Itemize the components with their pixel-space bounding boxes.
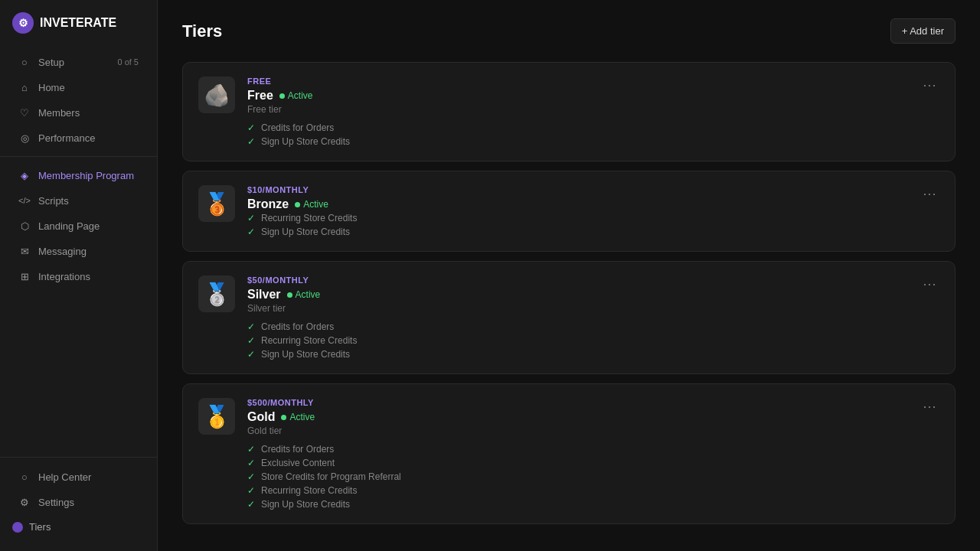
check-icon: ✓	[247, 227, 255, 237]
feature-label: Recurring Store Credits	[261, 485, 357, 496]
sidebar-item-integrations[interactable]: ⊞ Integrations	[6, 264, 151, 289]
feature-label: Store Credits for Program Referral	[261, 471, 401, 482]
tier-description: Silver tier	[247, 303, 907, 314]
tier-status: Active	[295, 199, 328, 210]
tier-status: Active	[281, 412, 315, 422]
tier-price: FREE	[247, 77, 907, 86]
app-logo: ⚙ INVETERATE	[0, 0, 157, 49]
feature-label: Sign Up Store Credits	[261, 499, 350, 510]
tier-body: $500/MONTHLY Gold Active Gold tier ✓ Cre…	[247, 398, 907, 510]
sidebar-item-label: Messaging	[38, 246, 87, 257]
tier-feature: ✓ Recurring Store Credits	[247, 485, 907, 496]
tier-name-row: Free Active	[247, 89, 907, 103]
tier-menu-button[interactable]: ⋯	[920, 276, 939, 292]
tier-feature: ✓ Credits for Orders	[247, 444, 907, 455]
scripts-icon: </>	[18, 194, 31, 207]
sidebar-item-performance[interactable]: ◎ Performance	[6, 126, 151, 150]
check-icon: ✓	[247, 458, 255, 468]
tier-card-gold: 🥇 $500/MONTHLY Gold Active Gold tier ✓ C…	[182, 383, 956, 524]
tier-menu-button[interactable]: ⋯	[920, 398, 939, 415]
tier-body: FREE Free Active Free tier ✓ Credits for…	[247, 77, 907, 147]
tier-emoji: 🥉	[198, 185, 235, 222]
tier-emoji: 🪨	[198, 77, 235, 113]
integrations-icon: ⊞	[18, 270, 31, 282]
tier-features-list: ✓ Credits for Orders ✓ Recurring Store C…	[247, 321, 907, 360]
logo-icon: ⚙	[12, 12, 34, 34]
sidebar-item-settings[interactable]: ⚙ Settings	[6, 490, 151, 514]
sidebar-nav: ○ Setup 0 of 5 ⌂ Home ♡ Members ◎ Perfor…	[0, 49, 157, 457]
feature-label: Credits for Orders	[261, 122, 334, 133]
status-dot	[279, 93, 285, 99]
feature-label: Sign Up Store Credits	[261, 136, 350, 147]
check-icon: ✓	[247, 136, 255, 147]
tier-feature: ✓ Credits for Orders	[247, 122, 907, 133]
check-icon: ✓	[247, 349, 255, 360]
tier-card-bronze: 🥉 $10/MONTHLY Bronze Active ✓ Recurring …	[182, 171, 956, 252]
sidebar-item-label: Scripts	[38, 195, 69, 207]
sidebar-item-label: Settings	[38, 497, 74, 508]
help-center-icon: ○	[18, 471, 31, 483]
tier-body: $10/MONTHLY Bronze Active ✓ Recurring St…	[247, 185, 907, 237]
tier-feature: ✓ Sign Up Store Credits	[247, 349, 907, 360]
feature-label: Exclusive Content	[261, 458, 335, 468]
members-icon: ♡	[18, 106, 31, 119]
sidebar-item-label: Integrations	[38, 271, 90, 282]
tier-price: $10/MONTHLY	[247, 185, 907, 194]
sidebar-item-label: Performance	[38, 132, 95, 144]
settings-icon: ⚙	[18, 496, 31, 508]
sidebar-item-label: Landing Page	[38, 220, 100, 232]
tier-card-silver: 🥈 $50/MONTHLY Silver Active Silver tier …	[182, 261, 956, 374]
sidebar-item-setup[interactable]: ○ Setup 0 of 5	[6, 50, 151, 74]
tier-feature: ✓ Store Credits for Program Referral	[247, 471, 907, 482]
tier-price: $50/MONTHLY	[247, 276, 907, 285]
tier-name-row: Bronze Active	[247, 197, 907, 211]
tier-feature: ✓ Recurring Store Credits	[247, 335, 907, 346]
sidebar-item-membership-program[interactable]: ◈ Membership Program	[6, 163, 151, 187]
sidebar-item-label: Members	[38, 107, 80, 119]
tier-feature: ✓ Sign Up Store Credits	[247, 227, 907, 237]
status-dot	[281, 415, 286, 420]
tier-menu-button[interactable]: ⋯	[920, 77, 939, 93]
sidebar-item-messaging[interactable]: ✉ Messaging	[6, 239, 151, 263]
tier-body: $50/MONTHLY Silver Active Silver tier ✓ …	[247, 276, 907, 360]
tier-card-free: 🪨 FREE Free Active Free tier ✓ Credits f…	[182, 62, 956, 161]
sidebar-item-home[interactable]: ⌂ Home	[6, 75, 151, 99]
check-icon: ✓	[247, 485, 255, 496]
sidebar-item-label: Help Center	[38, 471, 91, 483]
setup-badge: 0 of 5	[117, 57, 139, 67]
tier-name: Bronze	[247, 197, 289, 211]
sidebar-item-help-center[interactable]: ○ Help Center	[6, 465, 151, 489]
tier-feature: ✓ Sign Up Store Credits	[247, 499, 907, 510]
tier-status: Active	[287, 289, 321, 300]
add-tier-button[interactable]: + Add tier	[890, 18, 956, 44]
tier-description: Gold tier	[247, 425, 907, 436]
sidebar-item-members[interactable]: ♡ Members	[6, 100, 151, 125]
tier-menu-button[interactable]: ⋯	[920, 185, 939, 202]
feature-label: Recurring Store Credits	[261, 213, 357, 223]
tier-name-row: Gold Active	[247, 410, 907, 424]
sidebar-item-scripts[interactable]: </> Scripts	[6, 188, 151, 213]
sidebar-item-label: Membership Program	[38, 170, 134, 181]
tier-name: Silver	[247, 288, 281, 302]
check-icon: ✓	[247, 499, 255, 510]
tier-features-list: ✓ Credits for Orders ✓ Sign Up Store Cre…	[247, 122, 907, 147]
tier-feature: ✓ Sign Up Store Credits	[247, 136, 907, 147]
tiers-list: 🪨 FREE Free Active Free tier ✓ Credits f…	[182, 62, 956, 524]
tier-feature: ✓ Credits for Orders	[247, 321, 907, 332]
tier-status: Active	[279, 90, 313, 101]
tier-features-list: ✓ Recurring Store Credits ✓ Sign Up Stor…	[247, 213, 907, 237]
tier-feature: ✓ Exclusive Content	[247, 458, 907, 468]
home-icon: ⌂	[18, 81, 31, 93]
check-icon: ✓	[247, 444, 255, 455]
tiers-dot	[12, 522, 23, 533]
sidebar-item-label: Setup	[38, 57, 64, 68]
check-icon: ✓	[247, 335, 255, 346]
app-name: INVETERATE	[40, 16, 116, 30]
sidebar-item-tiers[interactable]: Tiers	[0, 515, 157, 539]
tiers-label: Tiers	[29, 521, 51, 533]
sidebar-item-landing-page[interactable]: ⬡ Landing Page	[6, 214, 151, 238]
check-icon: ✓	[247, 122, 255, 133]
tier-description: Free tier	[247, 104, 907, 115]
setup-icon: ○	[18, 56, 31, 68]
tier-emoji: 🥇	[198, 398, 235, 435]
